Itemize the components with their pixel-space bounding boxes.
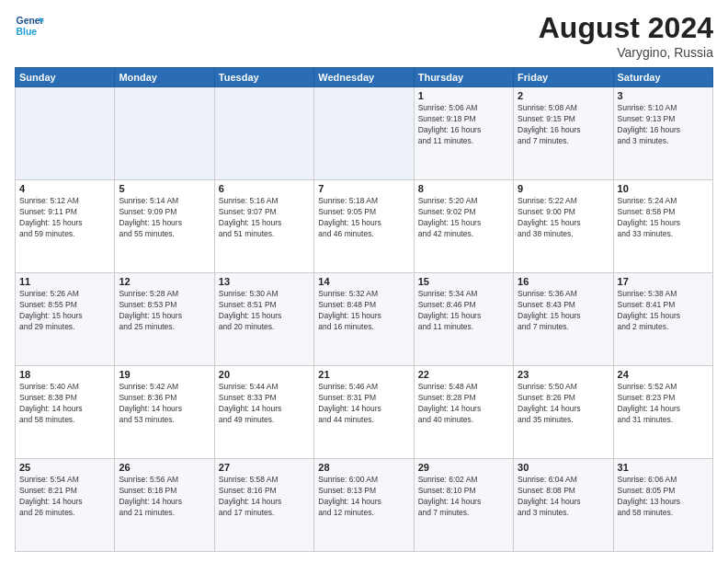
day-number: 28 [318, 462, 409, 473]
svg-text:Blue: Blue [17, 27, 38, 37]
day-number: 20 [219, 369, 310, 380]
day-cell [314, 87, 414, 180]
day-cell: 24Sunrise: 5:52 AMSunset: 8:23 PMDayligh… [613, 366, 712, 459]
day-cell: 30Sunrise: 6:04 AMSunset: 8:08 PMDayligh… [514, 459, 613, 552]
day-info: Sunrise: 5:20 AMSunset: 9:02 PMDaylight:… [418, 196, 509, 240]
day-number: 6 [219, 183, 310, 194]
day-info: Sunrise: 5:12 AMSunset: 9:11 PMDaylight:… [19, 196, 110, 240]
day-info: Sunrise: 5:14 AMSunset: 9:09 PMDaylight:… [119, 196, 210, 240]
day-number: 24 [618, 369, 709, 380]
col-header-saturday: Saturday [613, 68, 712, 87]
day-cell: 3Sunrise: 5:10 AMSunset: 9:13 PMDaylight… [613, 87, 712, 180]
day-info: Sunrise: 5:50 AMSunset: 8:26 PMDaylight:… [518, 382, 609, 426]
day-cell: 21Sunrise: 5:46 AMSunset: 8:31 PMDayligh… [314, 366, 414, 459]
header: General Blue August 2024 Varygino, Russi… [15, 11, 713, 60]
day-number: 1 [418, 90, 509, 101]
day-number: 27 [219, 462, 310, 473]
day-number: 17 [618, 276, 709, 287]
day-cell: 17Sunrise: 5:38 AMSunset: 8:41 PMDayligh… [613, 273, 712, 366]
calendar: SundayMondayTuesdayWednesdayThursdayFrid… [15, 67, 713, 552]
day-cell: 15Sunrise: 5:34 AMSunset: 8:46 PMDayligh… [414, 273, 513, 366]
day-number: 18 [19, 369, 110, 380]
col-header-sunday: Sunday [16, 68, 115, 87]
day-cell: 11Sunrise: 5:26 AMSunset: 8:55 PMDayligh… [16, 273, 115, 366]
day-cell: 18Sunrise: 5:40 AMSunset: 8:38 PMDayligh… [16, 366, 115, 459]
day-number: 19 [119, 369, 210, 380]
week-row-2: 4Sunrise: 5:12 AMSunset: 9:11 PMDaylight… [16, 180, 713, 273]
col-header-monday: Monday [115, 68, 214, 87]
day-info: Sunrise: 5:58 AMSunset: 8:16 PMDaylight:… [219, 475, 310, 519]
day-info: Sunrise: 6:00 AMSunset: 8:13 PMDaylight:… [318, 475, 409, 519]
day-info: Sunrise: 5:42 AMSunset: 8:36 PMDaylight:… [119, 382, 210, 426]
day-info: Sunrise: 5:10 AMSunset: 9:13 PMDaylight:… [618, 103, 709, 147]
day-number: 14 [318, 276, 409, 287]
day-cell: 5Sunrise: 5:14 AMSunset: 9:09 PMDaylight… [115, 180, 214, 273]
day-cell: 7Sunrise: 5:18 AMSunset: 9:05 PMDaylight… [314, 180, 414, 273]
logo-icon: General Blue [15, 11, 44, 40]
day-cell: 31Sunrise: 6:06 AMSunset: 8:05 PMDayligh… [613, 459, 712, 552]
day-number: 29 [418, 462, 509, 473]
day-number: 26 [119, 462, 210, 473]
day-cell: 20Sunrise: 5:44 AMSunset: 8:33 PMDayligh… [214, 366, 313, 459]
day-number: 4 [19, 183, 110, 194]
day-cell [16, 87, 115, 180]
day-info: Sunrise: 5:46 AMSunset: 8:31 PMDaylight:… [318, 382, 409, 426]
logo: General Blue [15, 11, 44, 40]
day-number: 15 [418, 276, 509, 287]
col-header-wednesday: Wednesday [314, 68, 414, 87]
day-number: 7 [318, 183, 409, 194]
day-number: 22 [418, 369, 509, 380]
col-header-thursday: Thursday [414, 68, 513, 87]
day-info: Sunrise: 5:16 AMSunset: 9:07 PMDaylight:… [219, 196, 310, 240]
day-number: 23 [518, 369, 609, 380]
day-number: 31 [618, 462, 709, 473]
day-cell: 22Sunrise: 5:48 AMSunset: 8:28 PMDayligh… [414, 366, 513, 459]
day-cell: 2Sunrise: 5:08 AMSunset: 9:15 PMDaylight… [514, 87, 613, 180]
day-number: 10 [618, 183, 709, 194]
col-header-friday: Friday [514, 68, 613, 87]
day-info: Sunrise: 5:34 AMSunset: 8:46 PMDaylight:… [418, 289, 509, 333]
day-cell: 8Sunrise: 5:20 AMSunset: 9:02 PMDaylight… [414, 180, 513, 273]
day-number: 5 [119, 183, 210, 194]
day-info: Sunrise: 5:56 AMSunset: 8:18 PMDaylight:… [119, 475, 210, 519]
day-info: Sunrise: 6:02 AMSunset: 8:10 PMDaylight:… [418, 475, 509, 519]
day-info: Sunrise: 5:48 AMSunset: 8:28 PMDaylight:… [418, 382, 509, 426]
day-info: Sunrise: 6:04 AMSunset: 8:08 PMDaylight:… [518, 475, 609, 519]
day-number: 30 [518, 462, 609, 473]
day-cell [214, 87, 313, 180]
day-info: Sunrise: 5:08 AMSunset: 9:15 PMDaylight:… [518, 103, 609, 147]
day-info: Sunrise: 6:06 AMSunset: 8:05 PMDaylight:… [618, 475, 709, 519]
day-cell: 13Sunrise: 5:30 AMSunset: 8:51 PMDayligh… [214, 273, 313, 366]
day-cell: 6Sunrise: 5:16 AMSunset: 9:07 PMDaylight… [214, 180, 313, 273]
day-number: 8 [418, 183, 509, 194]
day-cell: 1Sunrise: 5:06 AMSunset: 9:18 PMDaylight… [414, 87, 513, 180]
month-year: August 2024 [539, 11, 713, 45]
day-number: 16 [518, 276, 609, 287]
day-info: Sunrise: 5:28 AMSunset: 8:53 PMDaylight:… [119, 289, 210, 333]
day-info: Sunrise: 5:24 AMSunset: 8:58 PMDaylight:… [618, 196, 709, 240]
day-number: 2 [518, 90, 609, 101]
day-cell: 10Sunrise: 5:24 AMSunset: 8:58 PMDayligh… [613, 180, 712, 273]
day-info: Sunrise: 5:22 AMSunset: 9:00 PMDaylight:… [518, 196, 609, 240]
day-info: Sunrise: 5:32 AMSunset: 8:48 PMDaylight:… [318, 289, 409, 333]
day-number: 13 [219, 276, 310, 287]
day-number: 9 [518, 183, 609, 194]
day-cell: 28Sunrise: 6:00 AMSunset: 8:13 PMDayligh… [314, 459, 414, 552]
page: General Blue August 2024 Varygino, Russi… [0, 0, 728, 563]
week-row-3: 11Sunrise: 5:26 AMSunset: 8:55 PMDayligh… [16, 273, 713, 366]
day-info: Sunrise: 5:40 AMSunset: 8:38 PMDaylight:… [19, 382, 110, 426]
day-info: Sunrise: 5:30 AMSunset: 8:51 PMDaylight:… [219, 289, 310, 333]
day-cell: 27Sunrise: 5:58 AMSunset: 8:16 PMDayligh… [214, 459, 313, 552]
day-cell: 19Sunrise: 5:42 AMSunset: 8:36 PMDayligh… [115, 366, 214, 459]
day-cell: 12Sunrise: 5:28 AMSunset: 8:53 PMDayligh… [115, 273, 214, 366]
week-row-4: 18Sunrise: 5:40 AMSunset: 8:38 PMDayligh… [16, 366, 713, 459]
day-number: 21 [318, 369, 409, 380]
day-info: Sunrise: 5:38 AMSunset: 8:41 PMDaylight:… [618, 289, 709, 333]
day-number: 12 [119, 276, 210, 287]
title-block: August 2024 Varygino, Russia [539, 11, 713, 60]
day-cell: 14Sunrise: 5:32 AMSunset: 8:48 PMDayligh… [314, 273, 414, 366]
header-row: SundayMondayTuesdayWednesdayThursdayFrid… [16, 68, 713, 87]
location: Varygino, Russia [539, 45, 713, 60]
week-row-5: 25Sunrise: 5:54 AMSunset: 8:21 PMDayligh… [16, 459, 713, 552]
day-cell [115, 87, 214, 180]
